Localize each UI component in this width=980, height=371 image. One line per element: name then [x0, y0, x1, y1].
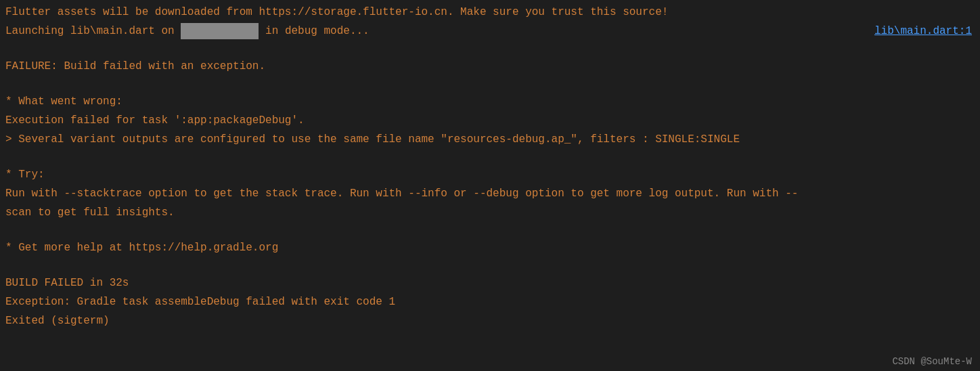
line-variant-outputs: > Several variant outputs are configured… — [0, 130, 980, 149]
line-build-failed: BUILD FAILED in 32s — [0, 274, 980, 292]
line-execution-failed: Execution failed for task ':app:packageD… — [0, 111, 980, 130]
exception-text: Exception: Gradle task assembleDebug fai… — [5, 294, 395, 310]
empty-line-1 — [0, 41, 980, 57]
empty-line-5 — [0, 257, 980, 274]
get-help-text: * Get more help at https://help.gradle.o… — [5, 240, 278, 256]
line-failure: FAILURE: Build failed with an exception. — [0, 57, 980, 76]
run-stacktrace-text: Run with --stacktrace option to get the … — [5, 186, 798, 202]
launching-suffix: in debug mode... — [259, 23, 369, 39]
empty-line-3 — [0, 149, 980, 165]
line-get-help: * Get more help at https://help.gradle.o… — [0, 238, 980, 257]
line-what-went-wrong: * What went wrong: — [0, 92, 980, 111]
line-exception: Exception: Gradle task assembleDebug fai… — [0, 292, 980, 311]
line-exited: Exited (sigterm) — [0, 311, 980, 330]
variant-outputs-text: > Several variant outputs are configured… — [5, 131, 740, 148]
scan-text: scan to get full insights. — [5, 204, 175, 221]
line-scan: scan to get full insights. — [0, 203, 980, 222]
line-try: * Try: — [0, 165, 980, 184]
line-flutter-assets: Flutter assets will be downloaded from h… — [0, 3, 980, 22]
watermark: CSDN @SouMte-W — [892, 356, 972, 367]
terminal-window: Flutter assets will be downloaded from h… — [0, 0, 980, 371]
try-text: * Try: — [5, 167, 45, 183]
launching-prefix: Launching lib\main.dart on — [5, 23, 181, 39]
line-run-stacktrace: Run with --stacktrace option to get the … — [0, 184, 980, 203]
empty-line-2 — [0, 76, 980, 92]
execution-failed-text: Execution failed for task ':app:packageD… — [5, 112, 305, 129]
failure-text: FAILURE: Build failed with an exception. — [5, 58, 265, 74]
main-dart-link[interactable]: lib\main.dart:1 — [874, 23, 972, 39]
empty-line-4 — [0, 222, 980, 238]
build-failed-text: BUILD FAILED in 32s — [5, 275, 129, 291]
exited-text: Exited (sigterm) — [5, 313, 110, 329]
device-name-redacted — [181, 23, 259, 39]
line-launching: Launching lib\main.dart on in debug mode… — [0, 22, 980, 41]
what-went-wrong-text: * What went wrong: — [5, 93, 122, 110]
flutter-assets-text: Flutter assets will be downloaded from h… — [5, 4, 668, 20]
